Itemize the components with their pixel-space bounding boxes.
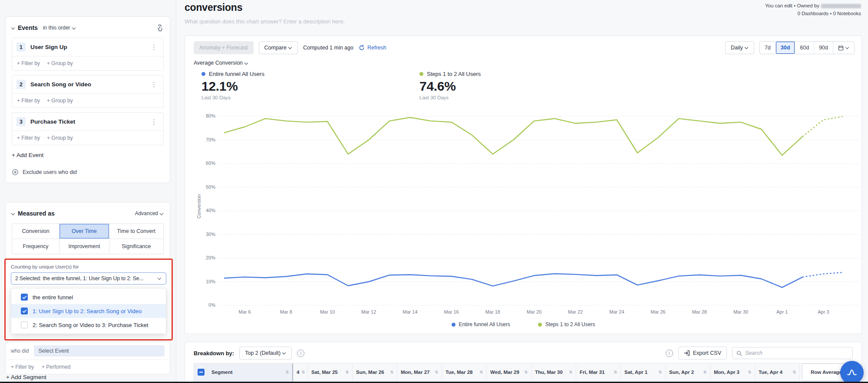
metric-value: 74.6% [419,79,481,94]
event-index-badge: 1 [17,43,26,52]
event-name[interactable]: Search Song or Video [30,81,149,88]
refresh-button[interactable]: Refresh [359,45,386,51]
sort-icon[interactable]: ⇅ [301,370,305,374]
sort-icon[interactable]: ⇅ [524,370,528,374]
metric-value: 12.1% [201,79,264,94]
chevron-down-icon [288,46,292,49]
clipped-date-cell[interactable]: 4⇅ [293,363,308,381]
sort-icon[interactable]: ⇅ [479,370,483,374]
sort-icon[interactable]: ⇅ [285,370,289,374]
events-order-select[interactable]: in this order [43,25,76,31]
counting-by-label: Counting by unique User(s) for [11,264,166,269]
breakdown-select[interactable]: Top 2 (Default) [239,347,292,360]
event-name[interactable]: User Sign Up [30,44,149,50]
sort-icon[interactable]: ⇅ [658,370,662,374]
date-column-header[interactable]: Thu, Mar 30⇅ [531,363,576,381]
sort-icon[interactable]: ⇅ [390,370,393,374]
date-column-header[interactable]: Mon, Apr 3⇅ [710,363,755,381]
interval-select[interactable]: Daily [725,41,754,54]
option-entire-funnel[interactable]: the entire funnel [11,290,166,304]
info-icon[interactable]: i [297,350,304,357]
event-name[interactable]: Purchase Ticket [30,118,149,125]
tab-significance[interactable]: Significance [109,239,163,254]
segment-performed-button[interactable]: + Performed [42,364,70,370]
group-by-button[interactable]: + Group by [47,98,73,104]
date-column-header[interactable]: Sun, Mar 26⇅ [353,363,397,381]
series-dot-blue [201,72,205,76]
calendar-icon [838,45,844,51]
sort-icon[interactable]: ⇅ [345,370,349,374]
group-by-button[interactable]: + Group by [47,135,73,141]
sort-icon[interactable]: ⇅ [703,370,706,374]
table-search[interactable] [732,347,853,359]
checkbox-unchecked-icon[interactable] [21,321,28,328]
checkbox-checked-icon[interactable] [21,294,28,301]
event-menu-icon[interactable]: ⋮ [149,118,159,126]
range-90d[interactable]: 90d [814,42,833,54]
filter-by-button[interactable]: + Filter by [17,135,40,141]
date-column-header[interactable]: Mon, Mar 27⇅ [397,363,442,381]
collapse-chevron-icon[interactable] [11,26,15,29]
date-column-header[interactable]: Sat, Mar 25⇅ [308,363,353,381]
range-30d[interactable]: 30d [776,42,795,54]
counting-select[interactable]: 2 Selected: the entire funnel, 1: User S… [11,272,166,285]
event-menu-icon[interactable]: ⋮ [149,81,159,88]
date-column-header[interactable]: Tue, Mar 28⇅ [442,363,487,381]
y-tick-label: 30% [193,232,215,237]
checkbox-checked-icon[interactable] [21,308,28,314]
date-column-header[interactable]: Tue, Apr 4⇅ [755,363,800,381]
tab-over-time[interactable]: Over Time [59,224,109,239]
table-header-row: Segment⇅ 4⇅ Sat, Mar 25⇅Sun, Mar 26⇅Mon,… [194,363,853,381]
option-step-2-3[interactable]: 2: Search Song or Video to 3: Purchase T… [11,318,166,332]
date-column-header[interactable]: Wed, Mar 29⇅ [487,363,531,381]
owner-name-redacted [821,4,861,8]
segment-filter-by-button[interactable]: + Filter by [11,364,34,370]
anomaly-forecast-button[interactable]: Anomaly + Forecast [194,41,254,54]
date-column-header[interactable]: Sun, Apr 2⇅ [666,363,710,381]
chart-plot-area[interactable] [219,111,861,307]
counting-options-popup: the entire funnel 1: User Sign Up to 2: … [11,288,166,334]
add-segment-button[interactable]: + Add Segment [6,374,46,380]
sort-icon[interactable]: ⇅ [792,370,796,374]
tab-conversion[interactable]: Conversion [12,224,59,239]
tab-time-to-convert[interactable]: Time to Convert [109,224,163,239]
custom-date-button[interactable] [833,42,854,54]
annotation-highlight-box: Counting by unique User(s) for 2 Selecte… [4,259,173,340]
description-placeholder[interactable]: What question does this chart answer? En… [185,18,345,25]
date-column-header[interactable]: Sat, Apr 1⇅ [621,363,666,381]
option-step-1-2[interactable]: 1: User Sign Up to 2: Search Song or Vid… [11,304,166,318]
select-event-button[interactable]: Select Event [34,345,165,357]
page-title[interactable]: conversions [185,2,242,13]
select-all-checkbox[interactable] [198,369,205,376]
exclude-users-button[interactable]: Exclude users who did [12,169,164,176]
hand-tool-icon[interactable] [156,24,164,32]
range-7d[interactable]: 7d [760,42,776,54]
filter-by-button[interactable]: + Filter by [17,60,40,66]
info-icon[interactable]: i [666,350,673,357]
sort-icon[interactable]: ⇅ [748,370,751,374]
tab-frequency[interactable]: Frequency [12,239,59,254]
amplitude-help-bubble[interactable] [840,361,864,383]
x-tick-label: Mar 18 [479,309,507,314]
group-by-button[interactable]: + Group by [47,60,73,66]
collapse-chevron-icon[interactable] [11,212,15,215]
segment-header-cell[interactable]: Segment⇅ [208,363,293,381]
x-tick-label: Mar 28 [686,309,713,314]
sort-icon[interactable]: ⇅ [614,370,617,374]
metric-mode-select[interactable]: Average Conversion [194,60,248,66]
advanced-menu[interactable]: Advanced [135,210,164,216]
legend-entire-funnel[interactable]: Entire funnel All Users [452,321,510,327]
filter-by-button[interactable]: + Filter by [17,98,40,104]
sort-icon[interactable]: ⇅ [435,370,438,374]
search-input[interactable] [745,350,848,356]
add-event-button[interactable]: + Add Event [12,152,164,158]
compare-button[interactable]: Compare [259,41,298,54]
event-menu-icon[interactable]: ⋮ [149,43,159,51]
legend-steps-1-2[interactable]: Steps 1 to 2 All Users [538,321,595,327]
date-column-header[interactable]: Fri, Mar 31⇅ [576,363,621,381]
range-60d[interactable]: 60d [795,42,814,54]
export-csv-button[interactable]: Export CSV [678,347,727,360]
sort-icon[interactable]: ⇅ [569,370,572,374]
date-range-group: 7d 30d 60d 90d [759,41,855,54]
tab-improvement[interactable]: Improvement [59,239,109,254]
